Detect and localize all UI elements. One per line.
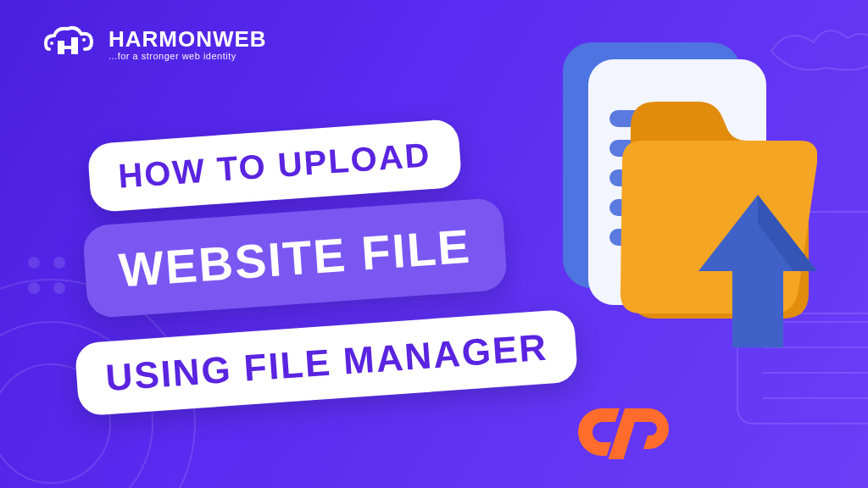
brand-name: HARMONWEB [108, 26, 267, 53]
svg-point-12 [50, 42, 53, 45]
svg-point-10 [29, 283, 39, 293]
brand-tagline: ...for a stronger web identity [108, 51, 267, 61]
cpanel-logo-icon [576, 400, 677, 463]
svg-point-8 [29, 258, 39, 268]
harmonweb-logo-icon [42, 24, 97, 63]
svg-point-11 [54, 283, 64, 293]
brand-logo: HARMONWEB ...for a stronger web identity [42, 24, 267, 63]
promo-banner: HARMONWEB ...for a stronger web identity… [0, 0, 868, 488]
svg-point-13 [82, 38, 86, 42]
svg-point-9 [54, 258, 64, 268]
headline-line-3: USING FILE MANAGER [75, 309, 579, 417]
headline-line-1: HOW TO UPLOAD [87, 119, 462, 213]
folder-upload-icon [529, 34, 817, 356]
brand-text: HARMONWEB ...for a stronger web identity [108, 26, 267, 61]
headline-line-2: WEBSITE FILE [82, 197, 508, 319]
